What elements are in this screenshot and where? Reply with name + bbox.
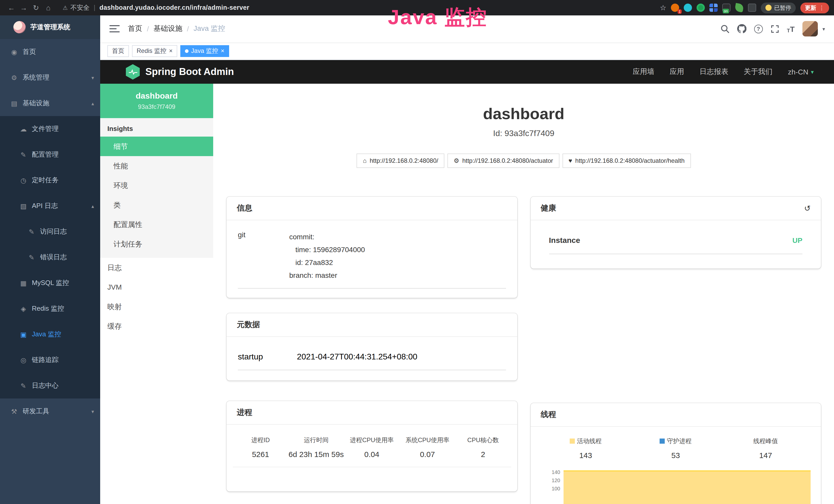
help-icon[interactable]: ? [754,24,763,33]
infra-submenu: ☁ 文件管理 ✎ 配置管理 ◷ 定时任务 ▧ API 日志 ▴ [0,116,100,398]
locale-select[interactable]: zh-CN ▾ [788,68,814,76]
sba-menu-caches[interactable]: 缓存 [100,316,213,336]
threads-chart: 140 120 100 [541,466,811,504]
sba-menu-performance[interactable]: 性能 [100,156,213,176]
close-icon[interactable]: × [169,48,173,54]
home-icon: ⌂ [363,157,367,164]
instance-actuator-link[interactable]: ⚙ http://192.168.0.2:48080/actuator [447,154,559,168]
threads-stat-peak: 线程峰值 147 [721,437,811,460]
startup-row: startup 2021-04-27T00:44:31.254+08:00 [238,347,506,370]
dashboard-icon: ◉ [10,48,18,56]
threads-chart-y-axis: 140 120 100 [541,466,563,504]
sba-menu-scheduled-tasks[interactable]: 计划任务 [100,234,213,254]
legend-label: 活动线程 [577,437,601,445]
home-nav-icon[interactable]: ⌂ [42,4,54,12]
sidebar-item-file-manage[interactable]: ☁ 文件管理 [0,116,100,142]
sba-menu-config-props[interactable]: 配置属性 [100,215,213,234]
sba-menu-classes[interactable]: 类 [100,195,213,215]
fullscreen-icon[interactable] [770,24,779,33]
sidebar-item-error-log[interactable]: ✎ 错误日志 [0,245,100,270]
tag-java-monitor[interactable]: Java 监控 × [180,45,229,57]
app-title: 芋道管理系统 [30,23,70,32]
sba-menu-details[interactable]: 细节 [100,137,213,156]
profile-paused-pill[interactable]: 已暂停 [761,2,796,13]
extension-icon-leaf[interactable] [734,3,744,12]
warning-icon: ⚠ [63,4,68,11]
sba-header: Spring Boot Admin 应用墙 应用 日志报表 关于我们 zh-CN… [100,60,834,84]
sidebar-item-tracing[interactable]: ◎ 链路追踪 [0,347,100,373]
breadcrumb-section[interactable]: 基础设施 [154,24,182,33]
extension-icon-dark[interactable]: on [722,4,730,12]
history-icon[interactable]: ↺ [804,204,811,213]
sidebar-item-label: 访问日志 [40,227,67,236]
threads-chart-plot [563,466,811,504]
update-button[interactable]: 更新 ⋮ [800,2,829,13]
sba-nav-wallboard[interactable]: 应用墙 [633,67,655,76]
sba-menu-logs[interactable]: 日志 [100,258,213,277]
extension-icon-orange[interactable]: 1 [671,4,679,12]
sidebar-item-config-manage[interactable]: ✎ 配置管理 [0,142,100,167]
user-avatar[interactable] [803,21,818,37]
extension-icon-puzzle[interactable] [748,4,756,12]
font-size-icon[interactable]: TT [787,24,795,33]
back-icon[interactable]: ← [5,4,18,12]
search-icon[interactable] [721,24,729,33]
sidebar-item-mysql-monitor[interactable]: ▦ MySQL 监控 [0,270,100,296]
sidebar-item-access-log[interactable]: ✎ 访问日志 [0,219,100,245]
sidebar-item-log-center[interactable]: ✎ 日志中心 [0,373,100,398]
extension-icon-grid[interactable] [709,4,718,12]
git-id-line: id: 27aa832 [289,256,365,269]
tag-redis-monitor[interactable]: Redis 监控 × [132,45,177,57]
sidebar-item-api-log[interactable]: ▧ API 日志 ▴ [0,193,100,219]
sidebar-item-home[interactable]: ◉ 首页 [0,39,100,65]
metadata-card-title: 元数据 [226,313,517,337]
sba-nav-applications[interactable]: 应用 [670,67,684,76]
heart-icon: ♥ [568,157,572,164]
extension-icon-drop[interactable] [684,4,692,12]
sidebar-item-infra[interactable]: ▤ 基础设施 ▴ [0,90,100,116]
sidebar-item-label: 文件管理 [32,124,59,134]
git-key: git [238,231,289,282]
close-icon[interactable]: × [221,48,224,54]
sidebar-item-label: 日志中心 [32,381,59,390]
paused-label: 已暂停 [774,4,791,12]
instance-root-link[interactable]: ⌂ http://192.168.0.2:48080/ [357,154,444,168]
startup-key: startup [238,352,297,362]
address-bar[interactable]: ⚠ 不安全 | dashboard.yudao.iocoder.cn/infra… [63,3,660,12]
caret-down-icon[interactable]: ▾ [822,26,825,31]
sba-menu-mappings[interactable]: 映射 [100,297,213,316]
browser-menu-icon[interactable]: ⋮ [819,4,825,11]
hamburger-icon[interactable] [109,25,120,32]
extension-badge: 1 [678,9,682,14]
sidebar-item-system[interactable]: ⚙ 系统管理 ▾ [0,65,100,90]
instance-health-link[interactable]: ♥ http://192.168.0.2:48080/actuator/heal… [562,154,691,168]
process-stat: 系统CPU使用率 0.07 [400,436,455,459]
sidebar-item-redis-monitor[interactable]: ◈ Redis 监控 [0,296,100,321]
process-stat: 进程ID 5261 [233,436,288,459]
chevron-down-icon: ▾ [91,75,94,81]
sidebar-item-java-monitor[interactable]: ▣ Java 监控 [0,321,100,347]
sba-nav-about[interactable]: 关于我们 [744,67,773,76]
forward-icon[interactable]: → [18,4,30,12]
sba-menu-environment[interactable]: 环境 [100,176,213,195]
bookmark-star-icon[interactable]: ☆ [660,4,666,12]
sba-brand[interactable]: Spring Boot Admin [126,64,234,79]
health-instance-row[interactable]: Instance UP [549,226,803,254]
github-icon[interactable] [737,24,746,33]
tag-home[interactable]: 首页 [107,45,129,57]
sba-menu-jvm[interactable]: JVM [100,277,213,297]
legend-label: 守护进程 [667,437,692,445]
instance-header[interactable]: dashboard 93a3fc7f7409 [100,84,213,118]
app-logo-row[interactable]: 芋道管理系统 [0,16,100,39]
process-stats-row: 进程ID 5261 运行时间 6d 23h 15m 59s [233,436,511,467]
sba-nav-journal[interactable]: 日志报表 [700,67,728,76]
clock-icon: ◷ [20,176,27,184]
extension-icon-green[interactable] [697,4,705,12]
sidebar-item-devtools[interactable]: ⚒ 研发工具 ▾ [0,398,100,424]
insights-group: Insights 细节 性能 环境 类 配置属性 计划任务 [100,118,213,258]
reload-icon[interactable]: ↻ [30,4,42,12]
sidebar-item-label: API 日志 [32,201,58,210]
sidebar-item-cron-job[interactable]: ◷ 定时任务 [0,167,100,193]
breadcrumb-home[interactable]: 首页 [128,24,142,33]
eye-icon: ◎ [20,356,27,364]
